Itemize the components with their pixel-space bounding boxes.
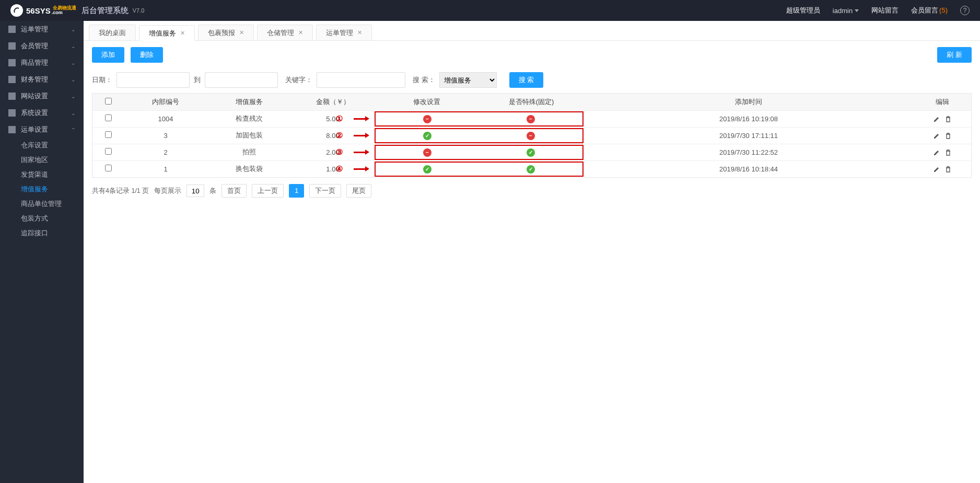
cell-id: 1004: [124, 110, 207, 127]
site-messages-link[interactable]: 网站留言: [871, 6, 899, 15]
top-header: 56SYS 全易物流通 .com 后台管理系统 V7.0 超级管理员 iadmi…: [0, 0, 980, 21]
cell-service: 拍照: [207, 144, 291, 160]
menu-icon: [8, 109, 16, 117]
sidebar-item-1[interactable]: 会员管理⌄: [0, 38, 84, 54]
table-row: 1换包装袋1.00④✓✓2019/8/16 10:18:44: [92, 160, 971, 177]
next-page-button[interactable]: 下一页: [309, 184, 341, 198]
help-icon[interactable]: ?: [960, 6, 970, 15]
tab-1[interactable]: 增值服务✕: [139, 25, 195, 41]
main-content: 我的桌面增值服务✕包裹预报✕仓储管理✕运单管理✕ 添加 删除 刷 新 日期： 到…: [84, 21, 980, 483]
cell-time: 2019/7/30 17:11:11: [584, 127, 914, 144]
per-page-input[interactable]: [186, 185, 204, 197]
menu-icon: [8, 42, 16, 50]
refresh-button[interactable]: 刷 新: [937, 47, 972, 63]
add-button[interactable]: 添加: [92, 47, 124, 63]
user-role: 超级管理员: [786, 6, 820, 15]
per-page-suffix: 条: [209, 187, 216, 196]
chevron-icon: ⌄: [71, 60, 75, 66]
tab-0[interactable]: 我的桌面: [89, 25, 136, 40]
close-icon[interactable]: ✕: [180, 30, 185, 37]
edit-icon[interactable]: [933, 132, 940, 140]
system-title: 后台管理系统: [81, 6, 129, 16]
keyword-input[interactable]: [317, 72, 405, 88]
row-checkbox[interactable]: [105, 165, 112, 171]
search-button[interactable]: 搜 索: [509, 72, 544, 88]
logo-icon: [10, 4, 23, 17]
sidebar-item-2[interactable]: 商品管理⌄: [0, 54, 84, 71]
delete-icon[interactable]: [944, 149, 952, 156]
sidebar-item-5[interactable]: 系统设置⌄: [0, 105, 84, 121]
tab-2[interactable]: 包裹预报✕: [198, 25, 254, 40]
allow-icon: ✓: [423, 132, 431, 140]
cell-time: 2019/7/30 11:22:52: [584, 144, 914, 160]
sidebar-sub-1[interactable]: 国家地区: [0, 153, 84, 167]
sidebar-item-0[interactable]: 运单管理⌄: [0, 21, 84, 38]
date-from-input[interactable]: [116, 72, 190, 88]
annotation-number: ①: [336, 114, 343, 123]
delete-icon[interactable]: [944, 132, 952, 140]
chevron-icon: ⌄: [71, 110, 75, 116]
sidebar-sub-3[interactable]: 增值服务: [0, 182, 84, 197]
page-1-button[interactable]: 1: [289, 184, 304, 198]
annotation-arrow-icon: [354, 116, 369, 121]
menu-icon: [8, 26, 16, 33]
cell-service: 加固包装: [207, 127, 291, 144]
chevron-icon: ⌄: [71, 43, 75, 49]
tab-4[interactable]: 运单管理✕: [316, 25, 372, 40]
cell-actions: [914, 110, 971, 127]
delete-icon[interactable]: [944, 166, 952, 173]
pagination: 共有4条记录 1/1 页 每页展示 条 首页 上一页 1 下一页 尾页: [84, 178, 980, 204]
last-page-button[interactable]: 尾页: [346, 184, 371, 198]
col-time: 添加时间: [584, 94, 914, 110]
sidebar: 运单管理⌄会员管理⌄商品管理⌄财务管理⌄网站设置⌄系统设置⌄运单设置⌃仓库设置国…: [0, 21, 84, 483]
sidebar-item-label: 会员管理: [21, 41, 71, 51]
sidebar-item-3[interactable]: 财务管理⌄: [0, 71, 84, 88]
date-to-input[interactable]: [205, 72, 278, 88]
close-icon[interactable]: ✕: [357, 29, 362, 36]
sidebar-sub-4[interactable]: 商品单位管理: [0, 197, 84, 211]
user-menu[interactable]: iadmin: [833, 7, 859, 15]
sidebar-item-4[interactable]: 网站设置⌄: [0, 88, 84, 105]
delete-button[interactable]: 删除: [131, 47, 163, 63]
row-checkbox[interactable]: [105, 114, 112, 121]
deny-icon: −: [527, 132, 535, 140]
col-service: 增值服务: [207, 94, 291, 110]
pager-summary: 共有4条记录 1/1 页: [92, 187, 149, 196]
logo-text: 56SYS 全易物流通 .com: [26, 6, 76, 15]
search-category-label: 搜 索：: [413, 75, 435, 85]
row-checkbox[interactable]: [105, 148, 112, 155]
sidebar-sub-5[interactable]: 包装方式: [0, 211, 84, 226]
edit-icon[interactable]: [933, 149, 940, 156]
table-row: 2拍照2.00③−✓2019/7/30 11:22:52: [92, 144, 971, 160]
close-icon[interactable]: ✕: [239, 29, 244, 36]
col-id: 内部编号: [124, 94, 207, 110]
member-messages-link[interactable]: 会员留言(5): [911, 6, 948, 15]
date-to-label: 到: [194, 75, 201, 85]
prev-page-button[interactable]: 上一页: [252, 184, 284, 198]
annotation-arrow-icon: [354, 166, 369, 171]
tab-label: 增值服务: [149, 29, 176, 38]
select-all-checkbox[interactable]: [105, 98, 112, 105]
tab-3[interactable]: 仓储管理✕: [257, 25, 313, 40]
first-page-button[interactable]: 首页: [221, 184, 247, 198]
close-icon[interactable]: ✕: [298, 29, 303, 36]
deny-icon: −: [423, 115, 431, 123]
col-special: 是否特殊(固定): [479, 94, 584, 110]
search-category-select[interactable]: 增值服务: [439, 72, 497, 88]
menu-icon: [8, 76, 16, 83]
sidebar-sub-2[interactable]: 发货渠道: [0, 167, 84, 182]
search-bar: 日期： 到 关键字： 搜 索： 增值服务 搜 索: [84, 63, 980, 93]
cell-id: 3: [124, 127, 207, 144]
row-checkbox[interactable]: [105, 131, 112, 138]
allow-icon: ✓: [423, 165, 431, 174]
system-version: V7.0: [133, 7, 145, 14]
sidebar-item-label: 财务管理: [21, 75, 71, 84]
edit-icon[interactable]: [933, 116, 940, 123]
sidebar-sub-0[interactable]: 仓库设置: [0, 138, 84, 153]
annotation-number: ③: [336, 147, 343, 157]
deny-icon: −: [423, 148, 431, 157]
sidebar-item-6[interactable]: 运单设置⌃: [0, 121, 84, 138]
edit-icon[interactable]: [933, 166, 940, 173]
delete-icon[interactable]: [944, 116, 952, 123]
sidebar-sub-6[interactable]: 追踪接口: [0, 226, 84, 240]
